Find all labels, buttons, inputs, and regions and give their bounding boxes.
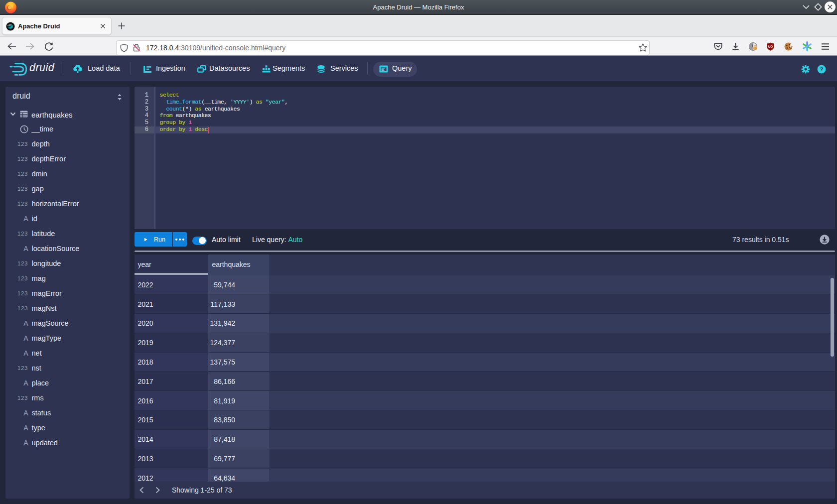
svg-text:?: ? xyxy=(820,66,823,72)
svg-text:UO: UO xyxy=(768,45,773,48)
